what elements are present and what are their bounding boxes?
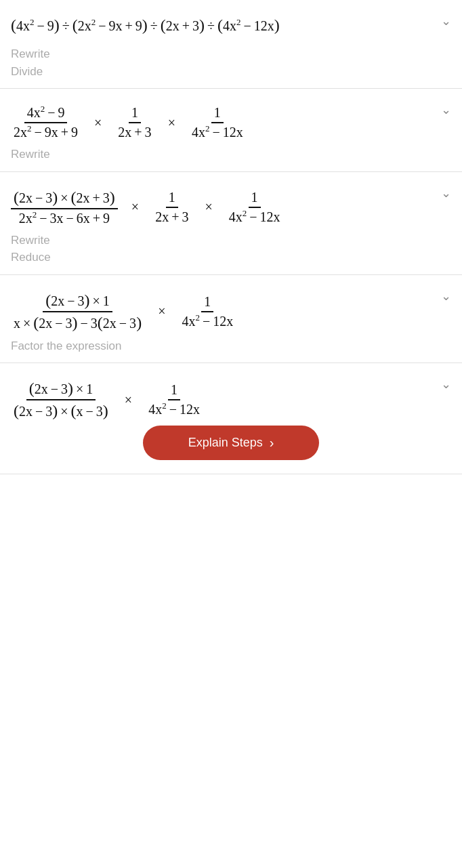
section-4: ⌄ (2x − 3) × 1 x × (2x − 3) − 3(2x − 3) … [0,275,462,364]
fraction-6: 1 4x2 − 12x [226,190,283,225]
fraction-9: (2x − 3) × 1 (2x − 3) × (x − 3) [11,379,111,420]
chevron-3[interactable]: ⌄ [438,183,454,203]
chevron-1[interactable]: ⌄ [438,11,454,31]
fraction-2: 1 2x + 3 [115,105,154,140]
fraction-4: (2x − 3) × (2x + 3) 2x2 − 3x − 6x + 9 [11,188,118,226]
section-2: ⌄ 4x2 − 9 2x2 − 9x + 9 × 1 2x + 3 × 1 4x… [0,89,462,172]
math-block-3: (2x − 3) × (2x + 3) 2x2 − 3x − 6x + 9 × … [11,188,451,226]
step-label-2: Rewrite [11,146,451,163]
chevron-5[interactable]: ⌄ [438,374,454,394]
top-expression: (4x2 − 9) ÷ (2x2 − 9x + 9) ÷ (2x + 3) ÷ … [11,11,451,40]
section-5: ⌄ (2x − 3) × 1 (2x − 3) × (x − 3) × 1 4x… [0,363,462,474]
fraction-3: 1 4x2 − 12x [189,105,246,140]
math-block-2: 4x2 − 9 2x2 − 9x + 9 × 1 2x + 3 × 1 4x2 … [11,105,451,140]
math-block-5: (2x − 3) × 1 (2x − 3) × (x − 3) × 1 4x2 … [11,379,451,420]
step-label-1: RewriteDivide [11,45,451,80]
chevron-2[interactable]: ⌄ [438,100,454,120]
step-label-3: RewriteReduce [11,232,451,266]
fraction-1: 4x2 − 9 2x2 − 9x + 9 [11,105,81,140]
arrow-icon: › [270,435,274,451]
explain-steps-button[interactable]: Explain Steps › [143,426,319,460]
section-1: (4x2 − 9) ÷ (2x2 − 9x + 9) ÷ (2x + 3) ÷ … [0,0,462,89]
explain-label: Explain Steps [188,436,263,450]
section-3: ⌄ (2x − 3) × (2x + 3) 2x2 − 3x − 6x + 9 … [0,172,462,275]
chevron-4[interactable]: ⌄ [438,286,454,306]
fraction-7: (2x − 3) × 1 x × (2x − 3) − 3(2x − 3) [11,291,144,332]
fraction-10: 1 4x2 − 12x [146,382,203,417]
step-label-4: Factor the expression [11,337,451,355]
fraction-8: 1 4x2 − 12x [179,294,236,329]
math-block-4: (2x − 3) × 1 x × (2x − 3) − 3(2x − 3) × … [11,291,451,332]
fraction-5: 1 2x + 3 [152,190,191,225]
